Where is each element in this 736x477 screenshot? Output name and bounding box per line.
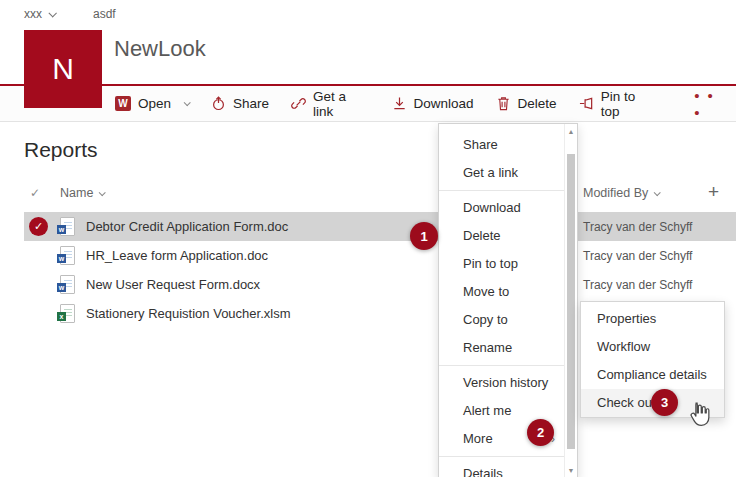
menu-item-pin-to-top[interactable]: Pin to top [439, 250, 565, 278]
pin-to-top-button[interactable]: Pin to top [568, 86, 669, 121]
submenu-item-properties[interactable]: Properties [581, 305, 724, 333]
download-icon [392, 96, 407, 111]
chevron-down-icon [184, 99, 191, 106]
context-menu: Share Get a link Download Delete Pin to … [438, 123, 578, 477]
share-icon [211, 96, 226, 111]
menu-item-delete[interactable]: Delete [439, 222, 565, 250]
column-header-name[interactable]: Name [60, 186, 104, 200]
library-title: Reports [24, 138, 98, 162]
column-header-modified-by[interactable]: Modified By [583, 186, 659, 200]
file-name[interactable]: HR_Leave form Application.doc [86, 248, 268, 263]
delete-label: Delete [518, 96, 557, 111]
word-file-icon: w [60, 246, 75, 265]
download-button[interactable]: Download [381, 86, 485, 121]
menu-scrollbar[interactable]: ▲ ▼ [564, 124, 577, 477]
submenu-item-workflow[interactable]: Workflow [581, 333, 724, 361]
trash-icon [496, 96, 511, 111]
file-row-hr-leave[interactable]: w HR_Leave form Application.doc Tracy va… [0, 241, 736, 270]
link-icon [291, 96, 306, 111]
file-name[interactable]: New User Request Form.docx [86, 277, 260, 292]
file-name[interactable]: Stationery Requistion Voucher.xlsm [86, 306, 291, 321]
sharepoint-library-page: xxx asdf N NewLook W Open Share [0, 0, 736, 477]
step-badge-1: 1 [410, 222, 438, 250]
name-column-label: Name [60, 186, 93, 200]
row-selected-check-icon[interactable]: ✓ [29, 217, 48, 236]
scrollbar-thumb[interactable] [567, 154, 575, 449]
step-badge-2: 2 [527, 419, 554, 446]
scroll-down-icon[interactable]: ▼ [565, 467, 577, 474]
get-a-link-button[interactable]: Get a link [280, 86, 380, 121]
page-title: NewLook [114, 36, 206, 62]
word-letter-badge: w [57, 254, 66, 263]
menu-item-move-to[interactable]: Move to [439, 278, 565, 306]
pin-icon [579, 96, 594, 111]
get-a-link-label: Get a link [313, 89, 369, 119]
file-row-new-user[interactable]: w New User Request Form.docx Tracy van d… [0, 270, 736, 299]
breadcrumb-site[interactable]: xxx [24, 7, 55, 21]
share-button[interactable]: Share [200, 86, 280, 121]
site-logo-letter: N [52, 52, 74, 86]
chevron-down-icon [48, 9, 56, 17]
menu-divider [439, 365, 577, 366]
menu-item-version-history[interactable]: Version history [439, 369, 565, 397]
delete-button[interactable]: Delete [485, 86, 568, 121]
file-row-debtor-credit[interactable]: ✓ w Debtor Credit Application Form.doc T… [0, 212, 736, 241]
overflow-menu-button[interactable]: • • • [686, 87, 736, 121]
more-label: More [463, 431, 493, 446]
breadcrumb-site-label: xxx [24, 7, 42, 21]
pin-to-top-label: Pin to top [601, 89, 658, 119]
menu-item-download[interactable]: Download [439, 194, 565, 222]
command-bar: W Open Share Get a link [0, 84, 736, 122]
excel-letter-badge: x [57, 312, 66, 321]
open-label: Open [138, 96, 171, 111]
breadcrumb-page-label[interactable]: asdf [93, 7, 116, 21]
submenu-item-compliance-details[interactable]: Compliance details [581, 361, 724, 389]
open-button[interactable]: W Open [104, 86, 200, 121]
site-logo[interactable]: N [24, 30, 102, 108]
word-icon: W [115, 96, 131, 111]
word-file-icon: w [60, 275, 75, 294]
modified-by-column-label: Modified By [583, 186, 648, 200]
menu-item-copy-to[interactable]: Copy to [439, 306, 565, 334]
hand-cursor-icon [686, 401, 713, 434]
menu-divider [439, 190, 577, 191]
chevron-down-icon [99, 189, 106, 196]
table-header: ✓ Name Modified By + [0, 184, 736, 204]
select-all-check-icon[interactable]: ✓ [30, 186, 40, 200]
menu-divider [439, 456, 577, 457]
file-name[interactable]: Debtor Credit Application Form.doc [86, 219, 288, 234]
excel-file-icon: x [60, 304, 75, 323]
chevron-down-icon [654, 189, 661, 196]
breadcrumb: xxx asdf [24, 7, 116, 21]
word-file-icon: w [60, 217, 75, 236]
modified-by-value: Tracy van der Schyff [583, 249, 692, 263]
modified-by-value: Tracy van der Schyff [583, 220, 692, 234]
step-badge-3: 3 [651, 389, 678, 416]
menu-item-rename[interactable]: Rename [439, 334, 565, 362]
check-glyph: ✓ [34, 220, 43, 233]
menu-item-details[interactable]: Details [439, 460, 565, 477]
modified-by-value: Tracy van der Schyff [583, 278, 692, 292]
word-letter-badge: w [57, 283, 66, 292]
add-column-button[interactable]: + [708, 181, 719, 203]
word-letter-badge: w [57, 225, 66, 234]
share-label: Share [233, 96, 269, 111]
menu-item-get-a-link[interactable]: Get a link [439, 159, 565, 187]
scroll-up-icon[interactable]: ▲ [565, 128, 577, 135]
download-label: Download [414, 96, 474, 111]
menu-item-share[interactable]: Share [439, 131, 565, 159]
